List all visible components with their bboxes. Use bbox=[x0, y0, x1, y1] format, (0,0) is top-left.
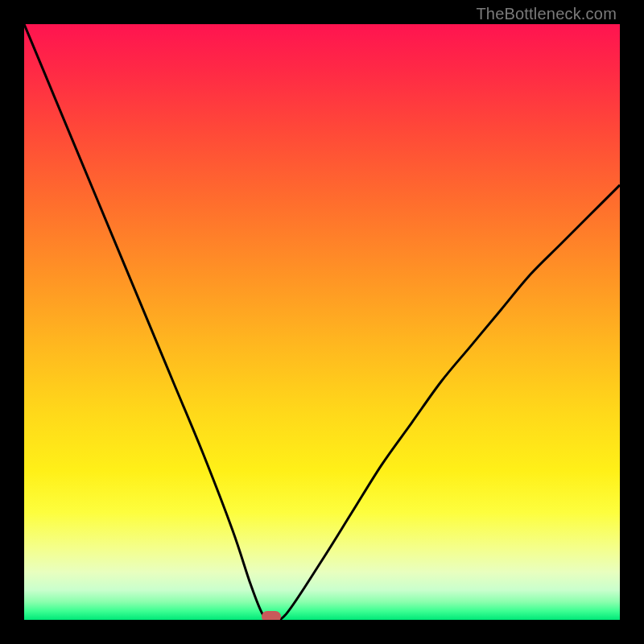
minimum-marker bbox=[262, 611, 281, 620]
bottleneck-curve bbox=[24, 24, 620, 620]
plot-area bbox=[24, 24, 620, 620]
watermark-text: TheBottleneck.com bbox=[476, 5, 617, 23]
frame: TheBottleneck.com bbox=[0, 0, 644, 644]
curve-svg bbox=[24, 24, 620, 620]
